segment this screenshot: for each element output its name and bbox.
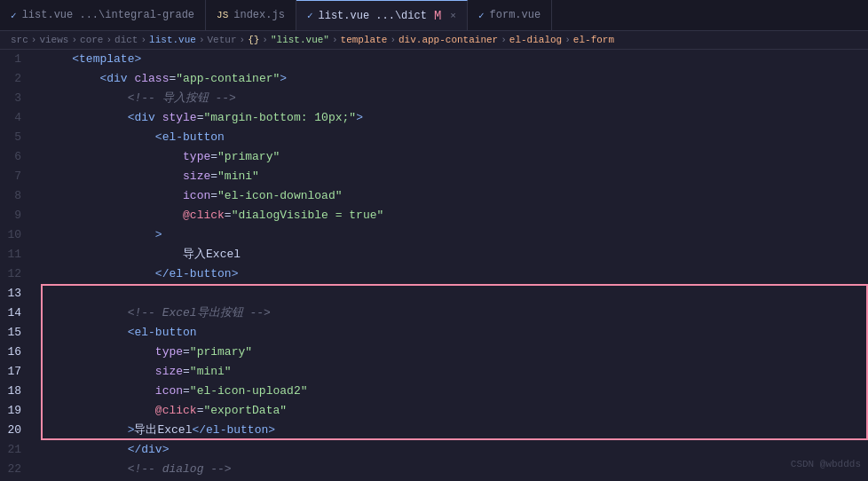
code-line: <el-button bbox=[41, 128, 868, 147]
code-line: type="primary" bbox=[41, 343, 868, 362]
bc-core: core bbox=[80, 35, 103, 45]
tab-label: list.vue ...\integral-grade bbox=[22, 9, 194, 21]
vue-icon: ✓ bbox=[478, 10, 485, 21]
tab-modified-indicator: M bbox=[434, 9, 441, 23]
code-line: type="primary" bbox=[41, 147, 868, 167]
code-line bbox=[41, 284, 868, 304]
tab-label: index.js bbox=[233, 9, 285, 21]
code-line: size="mini" bbox=[41, 362, 868, 382]
line-numbers: 1234567891011121314151617181920212223242… bbox=[0, 50, 37, 475]
breadcrumb: src › views › core › dict › list.vue › V… bbox=[0, 31, 868, 50]
bc-el-form: el-form bbox=[573, 35, 614, 45]
bc-list-vue: list.vue bbox=[149, 35, 196, 45]
code-line: @click="dialogVisible = true" bbox=[41, 206, 868, 225]
code-line: </div> bbox=[41, 440, 868, 460]
tab-form-vue[interactable]: ✓ form.vue bbox=[468, 0, 552, 30]
vue-icon: ✓ bbox=[307, 10, 313, 21]
js-icon: JS bbox=[217, 10, 228, 20]
code-line: <!-- Excel导出按钮 --> bbox=[41, 304, 868, 323]
code-line: <!-- dialog --> bbox=[41, 460, 868, 475]
tab-label: form.vue bbox=[490, 9, 541, 21]
code-line: icon="el-icon-upload2" bbox=[41, 382, 868, 401]
bc-div-app: div.app-container bbox=[398, 35, 498, 45]
editor: 1234567891011121314151617181920212223242… bbox=[0, 50, 868, 475]
code-line: </el-button> bbox=[41, 264, 868, 284]
code-line: @click="exportData" bbox=[41, 401, 868, 421]
code-line: <template> bbox=[41, 50, 868, 69]
code-line: size="mini" bbox=[41, 167, 868, 186]
code-line: > bbox=[41, 225, 868, 245]
bc-template: template bbox=[341, 35, 388, 45]
bc-src: src bbox=[11, 35, 28, 45]
vue-icon: ✓ bbox=[11, 10, 17, 21]
code-line: 导入Excel bbox=[41, 245, 868, 264]
bc-el-dialog: el-dialog bbox=[509, 35, 562, 45]
watermark: CSDN @wbddds bbox=[791, 459, 861, 469]
bc-vetur: Vetur bbox=[208, 35, 237, 45]
code-line: icon="el-icon-download" bbox=[41, 186, 868, 206]
code-line: >导出Excel</el-button> bbox=[41, 421, 868, 440]
tab-list-vue-dict[interactable]: ✓ list.vue ...\dict M × bbox=[296, 0, 468, 30]
code-line: <div class="app-container"> bbox=[41, 69, 868, 89]
code-line: <div style="margin-bottom: 10px;"> bbox=[41, 108, 868, 128]
bc-list-vue-str: "list.vue" bbox=[271, 35, 329, 45]
tab-index-js[interactable]: JS index.js bbox=[206, 0, 296, 30]
tab-list-vue-integral[interactable]: ✓ list.vue ...\integral-grade bbox=[0, 0, 206, 30]
bc-braces: {} bbox=[248, 35, 259, 45]
code-area[interactable]: <template> <div class="app-container"> <… bbox=[37, 50, 868, 475]
code-line: <el-button bbox=[41, 323, 868, 343]
tab-bar: ✓ list.vue ...\integral-grade JS index.j… bbox=[0, 0, 868, 31]
tab-close-button[interactable]: × bbox=[450, 11, 456, 21]
bc-dict: dict bbox=[114, 35, 138, 45]
bc-views: views bbox=[39, 35, 68, 45]
code-line: <!-- 导入按钮 --> bbox=[41, 89, 868, 108]
tab-label: list.vue ...\dict bbox=[319, 10, 427, 22]
